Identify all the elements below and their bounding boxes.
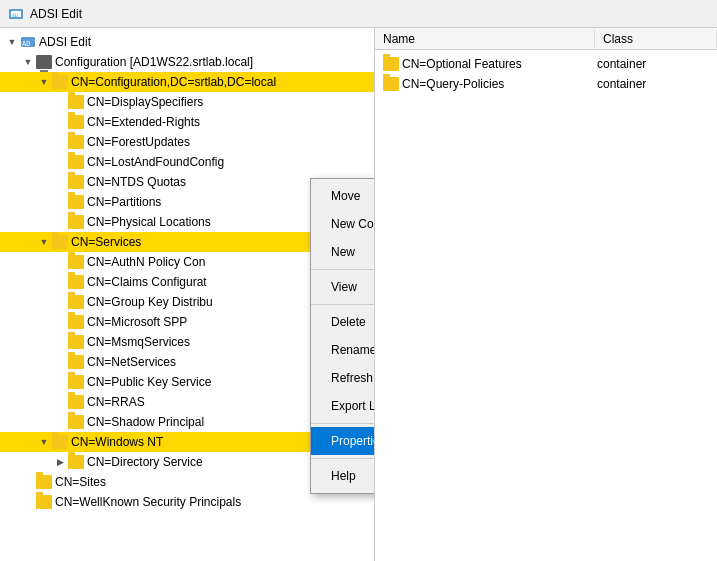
folder-icon-directoryservice (68, 455, 84, 469)
tree-item-lostandfound[interactable]: CN=LostAndFoundConfig (0, 152, 374, 172)
tree-label-shadowprincipal: CN=Shadow Principal (87, 413, 204, 431)
tree-label-lostandfound: CN=LostAndFoundConfig (87, 153, 224, 171)
tree-label-directoryservice: CN=Directory Service (87, 453, 203, 471)
computer-icon (36, 55, 52, 69)
expander-cn-services[interactable]: ▼ (36, 234, 52, 250)
tree-label-claims: CN=Claims Configurat (87, 273, 207, 291)
right-cell-class-0: container (597, 57, 646, 71)
right-row-0[interactable]: CN=Optional Features container (375, 54, 717, 74)
title-bar: AD ADSI Edit (0, 0, 717, 28)
tree-label-adsi: ADSI Edit (39, 33, 91, 51)
tree-label-groupkey: CN=Group Key Distribu (87, 293, 213, 311)
column-headers: Name Class (375, 28, 717, 50)
menu-item-new-connection[interactable]: New Connection from Here (311, 210, 375, 238)
expander-config-server[interactable]: ▼ (20, 54, 36, 70)
tree-item-adsi-edit[interactable]: ▼ AD ADSI Edit (0, 32, 374, 52)
svg-text:AD: AD (22, 40, 30, 48)
tree-label-cn-sites: CN=Sites (55, 473, 106, 491)
tree-label-cn-services: CN=Services (71, 233, 141, 251)
menu-divider-2 (311, 304, 375, 305)
tree-item-config-server[interactable]: ▼ Configuration [AD1WS22.srtlab.local] (0, 52, 374, 72)
folder-icon-groupkey (68, 295, 84, 309)
menu-label-view: View (331, 277, 357, 297)
folder-icon-optional (383, 57, 399, 71)
tree-label-partitions: CN=Partitions (87, 193, 161, 211)
right-panel: Name Class CN=Optional Features containe… (375, 28, 717, 561)
right-content: CN=Optional Features container CN=Query-… (375, 50, 717, 98)
expander-directoryservice[interactable]: ▶ (52, 454, 68, 470)
tree-label-rras: CN=RRAS (87, 393, 145, 411)
tree-label-physicallocations: CN=Physical Locations (87, 213, 211, 231)
menu-item-rename[interactable]: Rename (311, 336, 375, 364)
tree-label-authn: CN=AuthN Policy Con (87, 253, 205, 271)
folder-icon-microsoftspp (68, 315, 84, 329)
folder-icon-netservices (68, 355, 84, 369)
tree-panel[interactable]: ▼ AD ADSI Edit ▼ Configuration [AD1WS22.… (0, 28, 375, 561)
menu-label-refresh: Refresh (331, 368, 373, 388)
folder-icon-cn-services (52, 235, 68, 249)
tree-label-config-server: Configuration [AD1WS22.srtlab.local] (55, 53, 253, 71)
menu-item-exportlist[interactable]: Export List... (311, 392, 375, 420)
tree-label-ntdsquotas: CN=NTDS Quotas (87, 173, 186, 191)
right-row-1[interactable]: CN=Query-Policies container (375, 74, 717, 94)
expander-sites (20, 474, 36, 490)
tree-item-extendedrights[interactable]: CN=Extended-Rights (0, 112, 374, 132)
tree-label-msmqservices: CN=MsmqServices (87, 333, 190, 351)
menu-item-delete[interactable]: Delete (311, 308, 375, 336)
adsi-edit-icon: AD (8, 6, 24, 22)
tree-label-displayspec: CN=DisplaySpecifiers (87, 93, 203, 111)
menu-label-exportlist: Export List... (331, 396, 375, 416)
menu-item-refresh[interactable]: Refresh (311, 364, 375, 392)
tree-label-cn-wellknown: CN=WellKnown Security Principals (55, 493, 241, 511)
folder-icon-sites (36, 475, 52, 489)
tree-label-cn-config: CN=Configuration,DC=srtlab,DC=local (71, 73, 276, 91)
window-title: ADSI Edit (30, 7, 82, 21)
right-cell-class-1: container (597, 77, 646, 91)
tree-item-cn-wellknown[interactable]: CN=WellKnown Security Principals (0, 492, 374, 512)
menu-item-new[interactable]: New ▶ (311, 238, 375, 266)
folder-icon-claims (68, 275, 84, 289)
folder-icon-forestupdates (68, 135, 84, 149)
folder-icon-cn-config (52, 75, 68, 89)
folder-icon-publickeyservice (68, 375, 84, 389)
expander-adsi[interactable]: ▼ (4, 34, 20, 50)
tree-label-cn-windowsnt: CN=Windows NT (71, 433, 163, 451)
menu-label-new-connection: New Connection from Here (331, 214, 375, 234)
folder-icon-lostandfound (68, 155, 84, 169)
menu-item-properties[interactable]: Properties (311, 427, 375, 455)
folder-icon-physicallocations (68, 215, 84, 229)
main-area: ▼ AD ADSI Edit ▼ Configuration [AD1WS22.… (0, 28, 717, 561)
folder-icon-shadowprincipal (68, 415, 84, 429)
menu-item-help[interactable]: Help (311, 462, 375, 490)
menu-label-delete: Delete (331, 312, 366, 332)
right-cell-name-1: CN=Query-Policies (402, 77, 597, 91)
folder-icon-msmqservices (68, 335, 84, 349)
tree-label-forestupdates: CN=ForestUpdates (87, 133, 190, 151)
expander-cn-windowsnt[interactable]: ▼ (36, 434, 52, 450)
menu-divider-3 (311, 423, 375, 424)
expander-wellknown (20, 494, 36, 510)
tree-item-cn-config[interactable]: ▼ CN=Configuration,DC=srtlab,DC=local (0, 72, 374, 92)
menu-divider-4 (311, 458, 375, 459)
col-header-class: Class (595, 30, 717, 48)
folder-icon-cn-windowsnt (52, 435, 68, 449)
tree-item-forestupdates[interactable]: CN=ForestUpdates (0, 132, 374, 152)
menu-item-move[interactable]: Move (311, 182, 375, 210)
menu-label-rename: Rename (331, 340, 375, 360)
expander-cn-config[interactable]: ▼ (36, 74, 52, 90)
tree-label-extendedrights: CN=Extended-Rights (87, 113, 200, 131)
menu-divider-1 (311, 269, 375, 270)
col-header-name: Name (375, 30, 595, 48)
adsi-root-icon: AD (20, 35, 36, 49)
menu-label-help: Help (331, 466, 356, 486)
right-cell-name-0: CN=Optional Features (402, 57, 597, 71)
folder-icon-displayspec (68, 95, 84, 109)
svg-text:AD: AD (12, 12, 18, 18)
menu-label-new: New (331, 242, 355, 262)
tree-label-microsoftspp: CN=Microsoft SPP (87, 313, 187, 331)
folder-icon-partitions (68, 195, 84, 209)
tree-item-displayspec[interactable]: CN=DisplaySpecifiers (0, 92, 374, 112)
menu-item-view[interactable]: View ▶ (311, 273, 375, 301)
context-menu: Move New Connection from Here New ▶ View… (310, 178, 375, 494)
folder-icon-wellknown (36, 495, 52, 509)
